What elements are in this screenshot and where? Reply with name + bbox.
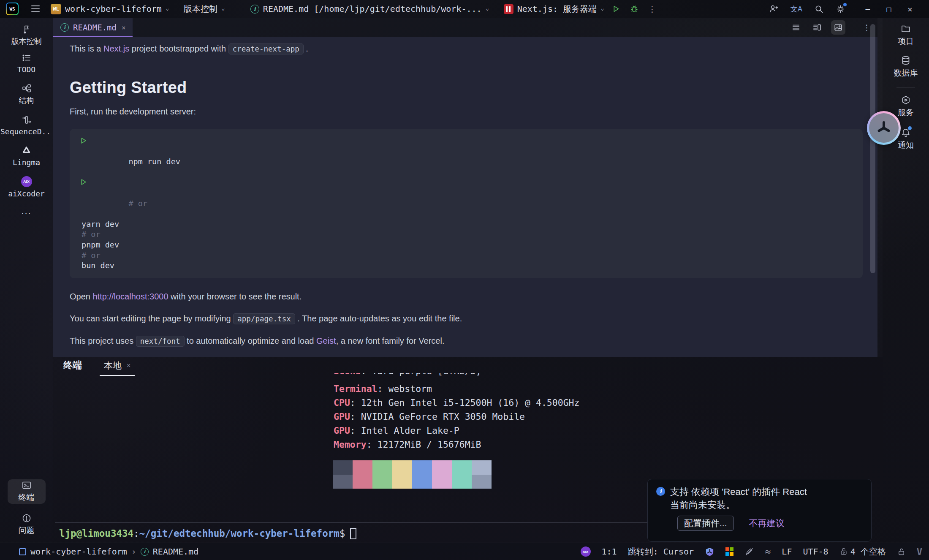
sidebar-item-services[interactable]: 服务 bbox=[898, 95, 914, 118]
palette-cell bbox=[472, 475, 492, 489]
encoding-widget[interactable]: UTF-8 bbox=[803, 546, 828, 557]
code-line: # or bbox=[81, 177, 851, 219]
tab-readme[interactable]: i README.md × bbox=[53, 18, 133, 37]
search-everywhere-icon[interactable] bbox=[814, 4, 824, 14]
breadcrumb-file: README.md bbox=[153, 546, 198, 557]
terminal-icon bbox=[22, 480, 32, 490]
terminal-tab-close-icon[interactable]: × bbox=[127, 362, 130, 370]
dev-server-paragraph: First, run the development server: bbox=[70, 106, 861, 117]
palette-cell bbox=[372, 460, 392, 475]
terminal-line: Memory: 12172MiB / 15676MiB bbox=[334, 438, 580, 451]
translate-icon[interactable]: 文A bbox=[790, 4, 802, 14]
lingma-floating-button[interactable] bbox=[867, 111, 901, 145]
more-run-actions-icon[interactable]: ⋮ bbox=[648, 4, 656, 14]
code-line: yarn dev bbox=[81, 219, 851, 230]
project-widget[interactable]: WL work-cyber-lifeform ⌄ bbox=[51, 4, 169, 14]
run-button[interactable] bbox=[611, 4, 620, 14]
main-menu-icon[interactable] bbox=[31, 5, 40, 7]
microsoft-status-icon[interactable] bbox=[725, 547, 734, 556]
sidebar-item-todo[interactable]: TODO bbox=[0, 53, 53, 74]
terminal-line: GPU: NVIDIA GeForce RTX 3050 Mobile bbox=[334, 410, 580, 424]
settings-gear-icon[interactable] bbox=[836, 4, 845, 14]
code-with-me-icon[interactable] bbox=[769, 4, 779, 14]
window-minimize-button[interactable]: – bbox=[857, 0, 878, 18]
left-tool-stripe: 版本控制 TODO 结构 SequenceD... Lingma AIX aiX… bbox=[0, 18, 53, 543]
vcs-widget[interactable]: 版本控制 ⌄ bbox=[184, 3, 225, 15]
code-line: npm run dev bbox=[81, 136, 851, 177]
aixcoder-icon: AIX bbox=[21, 176, 32, 187]
more-tool-windows-icon[interactable]: ... bbox=[21, 206, 31, 217]
app-page-chip: app/page.tsx bbox=[233, 313, 295, 324]
notification-text: 支持 依赖项 'React' 的插件 React 当前尚未安装。 bbox=[670, 485, 807, 511]
nextjs-link[interactable]: Next.js bbox=[103, 44, 129, 53]
project-badge-icon: WL bbox=[51, 4, 61, 14]
terminal-panel-title: 终端 bbox=[63, 359, 82, 372]
aixcoder-status-icon[interactable]: AIX bbox=[581, 546, 591, 557]
palette-cell bbox=[452, 460, 472, 475]
sidebar-item-terminal[interactable]: 终端 bbox=[8, 479, 46, 504]
file-path-widget[interactable]: i README.md [/home/ljp/git/edtechhub/wor… bbox=[250, 4, 489, 14]
shell-prompt[interactable]: ljp@limou3434:~/git/edtechhub/work-cyber… bbox=[59, 527, 356, 541]
window-maximize-button[interactable]: □ bbox=[878, 0, 899, 18]
terminal-tab-local[interactable]: 本地 × bbox=[100, 360, 135, 376]
indent-widget[interactable]: 4 个空格 bbox=[839, 546, 886, 557]
title-bar: WS WL work-cyber-lifeform ⌄ 版本控制 ⌄ i REA… bbox=[0, 0, 929, 18]
editor-scrollbar[interactable] bbox=[870, 24, 875, 273]
readonly-pen-icon[interactable] bbox=[744, 547, 754, 556]
sidebar-item-database[interactable]: 数据库 bbox=[894, 55, 918, 79]
vim-mode-badge[interactable]: V bbox=[917, 546, 922, 557]
geist-link[interactable]: Geist bbox=[316, 336, 336, 345]
goto-cursor-widget[interactable]: 跳转到: Cursor bbox=[628, 546, 694, 557]
sidebar-item-project[interactable]: 项目 bbox=[898, 24, 914, 47]
localhost-link[interactable]: http://localhost:3000 bbox=[92, 292, 168, 301]
database-icon bbox=[901, 55, 911, 65]
terminal-color-palette bbox=[333, 460, 492, 489]
dismiss-suggestion-link[interactable]: 不再建议 bbox=[749, 517, 785, 529]
file-path-label: README.md [/home/ljp/git/edtechhub/work-… bbox=[263, 4, 482, 14]
unlock-icon[interactable] bbox=[897, 547, 906, 556]
terminal-separator bbox=[55, 522, 650, 523]
lingma-status-icon[interactable] bbox=[705, 547, 714, 557]
indent-lock-icon bbox=[839, 547, 848, 556]
chevron-down-icon: ⌄ bbox=[221, 4, 225, 12]
palette-cell bbox=[452, 475, 472, 489]
sidebar-item-aixcoder[interactable]: AIX aiXcoder bbox=[0, 176, 53, 198]
webstorm-window: WS WL work-cyber-lifeform ⌄ 版本控制 ⌄ i REA… bbox=[0, 0, 929, 560]
next-font-paragraph: This project uses next/font to automatic… bbox=[70, 335, 861, 347]
caret-position-widget[interactable]: 1:1 bbox=[602, 546, 617, 557]
folder-icon bbox=[901, 24, 911, 34]
readme-info-icon: i bbox=[141, 548, 149, 556]
sidebar-item-structure[interactable]: 结构 bbox=[0, 83, 53, 106]
palette-cell bbox=[372, 475, 392, 489]
neofetch-output: Icons: Yaru-purple [GTK2/3] Terminal: we… bbox=[334, 373, 580, 451]
palette-cell bbox=[353, 475, 372, 489]
proofreading-icon[interactable]: ≈ bbox=[765, 546, 771, 557]
split-view-icon[interactable] bbox=[810, 20, 824, 35]
editor-more-options-icon[interactable]: ⋮ bbox=[863, 23, 871, 33]
run-gutter-icon[interactable] bbox=[79, 178, 87, 186]
sidebar-item-sequence-diagram[interactable]: SequenceD... bbox=[0, 115, 53, 136]
line-ending-widget[interactable]: LF bbox=[782, 546, 792, 557]
sidebar-item-problems[interactable]: 问题 bbox=[19, 513, 35, 536]
module-icon bbox=[19, 548, 26, 555]
configure-plugins-button[interactable]: 配置插件... bbox=[677, 516, 734, 531]
sidebar-item-version-control[interactable]: 版本控制 bbox=[0, 24, 53, 46]
run-gutter-icon[interactable] bbox=[79, 137, 87, 144]
stripe-divider bbox=[896, 87, 915, 87]
intro-paragraph: This is a Next.js project bootstrapped w… bbox=[70, 43, 861, 54]
nextjs-run-config-icon bbox=[504, 4, 513, 14]
run-config-widget[interactable]: Next.js: 服务器端 ⌄ bbox=[504, 3, 604, 15]
palette-cell bbox=[412, 475, 432, 489]
debug-button[interactable] bbox=[630, 4, 639, 14]
webstorm-logo-icon[interactable]: WS bbox=[6, 3, 19, 15]
palette-cell bbox=[432, 475, 452, 489]
tab-close-icon[interactable]: × bbox=[122, 24, 126, 32]
source-view-icon[interactable] bbox=[789, 20, 803, 35]
vcs-flag-icon bbox=[22, 24, 32, 34]
sidebar-item-lingma[interactable]: Lingma bbox=[0, 145, 53, 167]
preview-view-icon[interactable] bbox=[831, 20, 845, 35]
breadcrumb[interactable]: work-cyber-lifeform › i README.md bbox=[0, 546, 198, 557]
palette-cell bbox=[392, 460, 412, 475]
readme-info-icon: i bbox=[60, 23, 69, 32]
window-close-button[interactable]: ✕ bbox=[899, 0, 921, 18]
